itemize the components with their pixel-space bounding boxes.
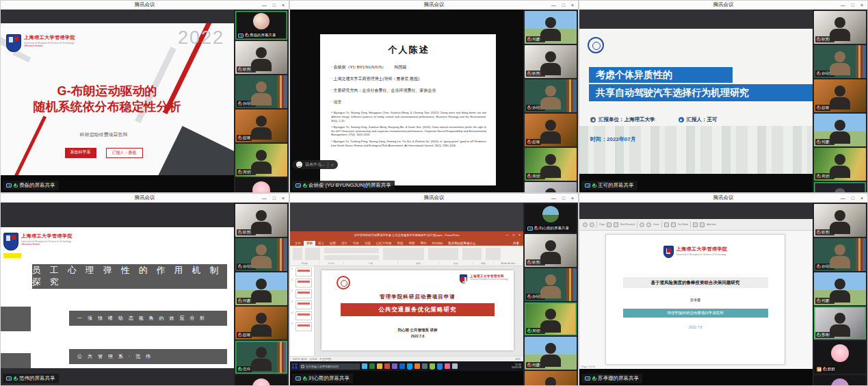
next-page-icon[interactable] [614, 222, 618, 227]
taskbar-app-icon[interactable] [445, 363, 450, 369]
taskbar-app-icon[interactable] [369, 363, 375, 369]
participant-tile[interactable]: 耿秀丽 [525, 45, 577, 78]
window-titlebar[interactable]: 腾讯会议 — □ × [579, 1, 867, 10]
tab-design[interactable]: 设计 [339, 241, 350, 246]
taskbar-search[interactable]: 在这里输入你要搜索的内容 [300, 363, 360, 370]
window-titlebar[interactable]: 腾讯会议 — □ × [290, 1, 578, 10]
participant-tile[interactable]: 赵璐 [814, 79, 866, 112]
tab-help[interactable]: 帮助 [418, 241, 430, 246]
editing-controls[interactable] [462, 248, 482, 260]
shapes-gallery[interactable] [428, 248, 458, 260]
taskbar-clock[interactable]: 15:30 2022/7/8 [512, 363, 521, 369]
taskbar-app-icon[interactable] [399, 363, 405, 369]
select-tool-icon[interactable] [664, 222, 669, 227]
prev-page-icon[interactable] [607, 222, 611, 227]
participant-tile[interactable]: 俞炳俊 (YU BYUNGJUN) [814, 375, 866, 385]
slide-canvas[interactable]: 上海理工大学管理学院 University of Shanghai for Sc… [315, 266, 523, 356]
share-button[interactable]: 共享 [510, 241, 523, 246]
new-slide-button[interactable] [305, 248, 320, 260]
participant-tile[interactable]: 周望舒 [525, 303, 577, 335]
participant-tile[interactable]: 苏孝珊 [814, 307, 866, 339]
participant-tile[interactable]: 孙绍荣 [235, 75, 287, 108]
taskbar-app-icon[interactable] [384, 363, 390, 369]
participant-tile[interactable]: 孙绍荣 [525, 79, 577, 112]
taskbar-app-icon[interactable] [415, 363, 420, 369]
participant-tile[interactable]: 耿秀丽 [814, 11, 866, 44]
close-button[interactable]: × [518, 233, 521, 237]
participant-tile[interactable]: 耿秀丽 [235, 204, 287, 237]
participant-tile[interactable]: 周望舒 [525, 148, 577, 181]
participant-tile[interactable]: 王可 [814, 182, 866, 192]
participant-tile[interactable]: 孙绍荣 [235, 238, 287, 271]
participant-tile[interactable]: 何建佳 [814, 272, 866, 305]
tab-draw[interactable]: 绘图 [327, 241, 339, 246]
participant-tile[interactable]: 耿秀丽 [525, 234, 577, 267]
collapse-chevron-icon[interactable]: < [331, 163, 334, 167]
zoom-out-icon[interactable] [640, 222, 644, 227]
paragraph-controls[interactable] [383, 248, 424, 260]
participant-tile[interactable]: 默默 [814, 341, 866, 374]
participant-tile[interactable]: 赵璐 [525, 371, 577, 385]
slide-thumbnail[interactable]: 0 [291, 268, 313, 276]
participant-tile[interactable]: 默默 [235, 375, 287, 385]
taskbar-app-icon[interactable] [392, 363, 397, 369]
participant-tile[interactable]: 何建佳 [525, 337, 577, 370]
participant-tile[interactable]: 耿秀丽 [814, 204, 866, 237]
participant-tile[interactable]: 周望舒 [814, 148, 866, 181]
tab-transitions[interactable]: 切换 [350, 241, 362, 246]
tab-acrobat[interactable]: Acrobat [430, 241, 446, 246]
taskbar-app-icon[interactable] [377, 363, 382, 369]
slide-thumbnail[interactable]: 2 [291, 290, 313, 298]
window-titlebar[interactable]: 腾讯会议 — □ × [1, 1, 289, 10]
participant-tile[interactable]: 孙绍荣 [814, 45, 866, 78]
tell-me-box[interactable]: 告诉我你想要做什么 [445, 241, 479, 246]
tab-review[interactable]: 审阅 [395, 241, 406, 246]
tab-animations[interactable]: 动画 [362, 241, 373, 246]
note-tool-icon[interactable] [700, 222, 705, 227]
participant-tile[interactable]: 何建佳 [525, 11, 577, 44]
chat-placeholder[interactable]: 说点什么... [305, 162, 325, 168]
taskbar-app-icon[interactable] [422, 363, 428, 369]
participant-tile[interactable]: 周望舒 [235, 144, 287, 177]
slide-thumbnail[interactable]: 3 [291, 300, 313, 309]
font-style-controls[interactable] [324, 255, 379, 260]
share-preview-tile[interactable]: 刘心雨的屏幕共享 [525, 204, 577, 233]
participant-tile[interactable]: 孙绍荣 [814, 238, 866, 271]
taskbar-app-icon[interactable] [430, 363, 435, 369]
participant-tile[interactable]: 默默 [235, 178, 287, 192]
participant-tile[interactable]: 赵璐 [235, 307, 287, 339]
paste-button[interactable] [293, 248, 302, 260]
zoom-in-icon[interactable] [646, 222, 651, 227]
taskbar-app-icon[interactable] [437, 363, 443, 369]
pdf-viewer[interactable]: 上海理工大学管理学院 University of Shanghai for Sc… [579, 231, 813, 369]
window-titlebar[interactable]: 腾讯会议 — □ × [290, 194, 578, 203]
tab-file[interactable]: 文件 [292, 241, 304, 246]
participant-tile[interactable]: 赵璐 [525, 114, 577, 146]
windows-start-button[interactable] [292, 363, 298, 369]
font-controls[interactable] [324, 248, 379, 253]
participant-tile[interactable]: 何建佳 [235, 272, 287, 305]
slide-thumbnail[interactable]: 5 [291, 322, 313, 331]
taskbar-app-icon[interactable] [362, 363, 367, 369]
maximize-button[interactable]: □ [513, 233, 515, 237]
tab-insert[interactable]: 插入 [315, 241, 327, 246]
participant-tile[interactable]: 何建佳 [814, 114, 866, 146]
tab-view[interactable]: 视图 [406, 241, 418, 246]
window-titlebar[interactable]: 腾讯会议 — □ × [579, 194, 867, 203]
tab-home[interactable]: 开始 [304, 241, 315, 246]
zoom-level[interactable]: 62% [516, 358, 521, 361]
participant-tile[interactable]: 赵璐 [235, 110, 287, 142]
slide-thumbnail[interactable]: 1 [291, 279, 313, 287]
minimize-button[interactable]: — [505, 233, 509, 237]
chat-input-overlay[interactable]: 说点什么... < [292, 160, 338, 169]
slide-thumbnail[interactable]: 4 [291, 311, 313, 320]
refresh-icon[interactable] [583, 222, 588, 227]
window-titlebar[interactable]: 腾讯会议 — □ × [1, 194, 289, 203]
participant-tile[interactable]: 耿秀丽 [235, 41, 287, 74]
taskbar-app-icon[interactable] [407, 363, 412, 369]
slide-thumbnail-panel[interactable]: 0 1 2 3 4 5 [290, 266, 315, 356]
hand-tool-icon[interactable] [671, 222, 676, 227]
participant-tile[interactable]: 俞炳俊 (YU BYUNGJUN) [525, 182, 577, 192]
tab-slideshow[interactable]: 幻灯片放映 [373, 241, 395, 246]
share-preview-tile[interactable]: 费磊的屏幕共享 [235, 11, 287, 40]
